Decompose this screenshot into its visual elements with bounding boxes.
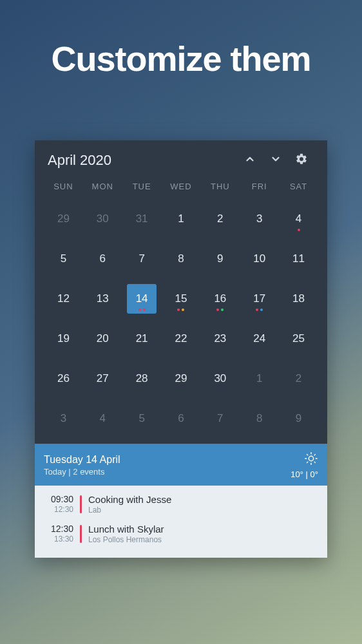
calendar-day[interactable]: 10: [240, 239, 279, 279]
calendar-day[interactable]: 21: [122, 319, 162, 359]
calendar-day[interactable]: 6: [162, 399, 201, 439]
next-month-button[interactable]: [263, 153, 289, 167]
calendar-day-number: 15: [166, 284, 196, 314]
calendar-day[interactable]: 8: [240, 399, 279, 439]
calendar-day[interactable]: 26: [44, 359, 83, 399]
calendar-day[interactable]: 2: [200, 199, 240, 239]
calendar-day-number: 16: [205, 284, 235, 314]
weather-temps: 10° | 0°: [291, 469, 318, 479]
calendar-day-number: 27: [88, 364, 117, 393]
calendar-day[interactable]: 27: [83, 359, 122, 399]
event-times: 12:3013:30: [44, 524, 80, 544]
event-dot: [221, 308, 224, 311]
event-dot: [298, 229, 300, 231]
day-of-week-label: TUE: [122, 178, 162, 195]
calendar-day-number: 25: [284, 324, 314, 354]
calendar-header: April 2020: [44, 152, 318, 178]
calendar-day-number: 26: [48, 364, 78, 393]
event-item[interactable]: 09:3012:30Cooking with JesseLab: [35, 489, 327, 519]
calendar-day-number: 10: [245, 244, 274, 274]
svg-line-4: [314, 462, 315, 462]
calendar-day[interactable]: 24: [240, 319, 279, 359]
calendar-day-number: 14: [127, 284, 157, 314]
calendar-day[interactable]: 4: [83, 399, 122, 439]
chevron-down-icon: [270, 153, 281, 165]
calendar-day[interactable]: 30: [83, 199, 122, 239]
settings-button[interactable]: [289, 153, 314, 168]
calendar-day[interactable]: 3: [240, 199, 279, 239]
calendar-day[interactable]: 18: [279, 279, 318, 319]
calendar-day[interactable]: 4: [279, 199, 318, 239]
calendar-day[interactable]: 31: [122, 199, 162, 239]
event-dots: [127, 308, 157, 311]
calendar-day-number: 1: [245, 364, 274, 393]
calendar-day-number: 17: [245, 284, 274, 314]
calendar-day[interactable]: 20: [83, 319, 122, 359]
event-end-time: 12:30: [44, 505, 73, 514]
calendar-panel: April 2020 SUNMONTUEWEDTHUFRISAT 2930311…: [35, 140, 327, 444]
event-location: Los Pollos Hermanos: [88, 535, 318, 544]
day-of-week-label: SAT: [279, 178, 318, 195]
event-dots: [166, 308, 196, 311]
calendar-day[interactable]: 9: [200, 239, 240, 279]
calendar-day[interactable]: 11: [279, 239, 318, 279]
event-dot: [143, 308, 146, 311]
calendar-day[interactable]: 7: [200, 399, 240, 439]
event-times: 09:3012:30: [44, 494, 80, 514]
calendar-day-number: 30: [88, 204, 117, 234]
sun-icon: [291, 451, 318, 468]
events-list: 09:3012:30Cooking with JesseLab12:3013:3…: [35, 486, 327, 558]
calendar-day[interactable]: 8: [162, 239, 201, 279]
calendar-day[interactable]: 1: [162, 199, 201, 239]
calendar-day[interactable]: 3: [44, 399, 83, 439]
calendar-day[interactable]: 29: [162, 359, 201, 399]
calendar-day[interactable]: 29: [44, 199, 83, 239]
event-start-time: 12:30: [44, 524, 73, 534]
calendar-day[interactable]: 9: [279, 399, 318, 439]
svg-line-3: [307, 455, 308, 455]
calendar-day[interactable]: 25: [279, 319, 318, 359]
calendar-day-number: 3: [245, 204, 274, 234]
calendar-day-number: 4: [284, 204, 314, 234]
calendar-widget: April 2020 SUNMONTUEWEDTHUFRISAT 2930311…: [35, 140, 327, 558]
calendar-day-number: 3: [48, 404, 78, 433]
calendar-day-number: 1: [166, 204, 196, 234]
calendar-day[interactable]: 19: [44, 319, 83, 359]
calendar-day-number: 23: [205, 324, 235, 354]
calendar-day-number: 21: [127, 324, 157, 354]
calendar-day-number: 29: [48, 204, 78, 234]
event-title: Lunch with Skylar: [88, 524, 318, 535]
calendar-day[interactable]: 15: [162, 279, 201, 319]
calendar-day[interactable]: 23: [200, 319, 240, 359]
calendar-day[interactable]: 6: [83, 239, 122, 279]
calendar-day[interactable]: 12: [44, 279, 83, 319]
calendar-day[interactable]: 16: [200, 279, 240, 319]
calendar-day[interactable]: 1: [240, 359, 279, 399]
calendar-day[interactable]: 5: [44, 239, 83, 279]
day-of-week-label: FRI: [240, 178, 279, 195]
event-dot: [256, 308, 258, 311]
event-start-time: 09:30: [44, 494, 73, 504]
calendar-day[interactable]: 17: [240, 279, 279, 319]
event-dots: [245, 308, 274, 311]
calendar-day-number: 12: [48, 284, 78, 314]
agenda-header-left: Tuesday 14 April Today | 2 events: [44, 454, 291, 477]
event-item[interactable]: 12:3013:30Lunch with SkylarLos Pollos He…: [35, 519, 327, 549]
gear-icon: [295, 153, 308, 166]
agenda-header: Tuesday 14 April Today | 2 events 10° | …: [35, 444, 327, 486]
event-dots: [284, 229, 314, 231]
event-title: Cooking with Jesse: [88, 494, 318, 505]
calendar-day[interactable]: 30: [200, 359, 240, 399]
calendar-day[interactable]: 5: [122, 399, 162, 439]
calendar-day[interactable]: 2: [279, 359, 318, 399]
calendar-day-number: 30: [205, 364, 235, 393]
calendar-grid: 2930311234567891011121314151617181920212…: [44, 199, 318, 439]
calendar-day[interactable]: 13: [83, 279, 122, 319]
calendar-day[interactable]: 22: [162, 319, 201, 359]
calendar-day[interactable]: 7: [122, 239, 162, 279]
calendar-title: April 2020: [48, 152, 237, 169]
calendar-day[interactable]: 14: [122, 279, 162, 319]
prev-month-button[interactable]: [237, 153, 263, 167]
calendar-day[interactable]: 28: [122, 359, 162, 399]
calendar-day-number: 2: [284, 364, 314, 393]
